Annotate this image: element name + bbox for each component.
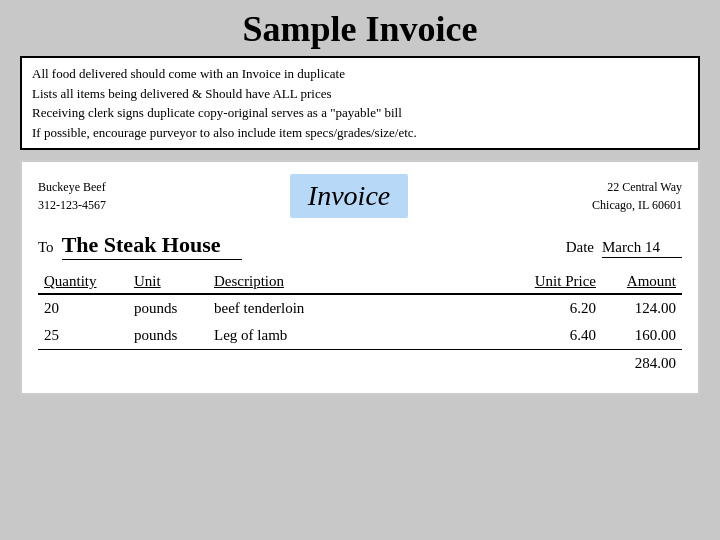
col-header-quantity: Quantity — [38, 270, 128, 294]
address-info: 22 Central Way Chicago, IL 60601 — [592, 178, 682, 214]
address-line-2: Chicago, IL 60601 — [592, 196, 682, 214]
invoice-title-cell: Invoice — [290, 174, 408, 218]
cell-quantity: 20 — [38, 294, 128, 322]
cell-description: beef tenderloin — [208, 294, 512, 322]
col-header-unit-price: Unit Price — [512, 270, 602, 294]
total-row: 284.00 — [38, 350, 682, 378]
info-line-4: If possible, encourage purveyor to also … — [32, 123, 688, 143]
to-label: To — [38, 239, 54, 256]
cell-unit-price: 6.40 — [512, 322, 602, 350]
date-label: Date — [566, 239, 594, 256]
info-box: All food delivered should come with an I… — [20, 56, 700, 150]
cell-amount: 124.00 — [602, 294, 682, 322]
cell-description: Leg of lamb — [208, 322, 512, 350]
info-line-1: All food delivered should come with an I… — [32, 64, 688, 84]
to-value: The Steak House — [62, 232, 242, 260]
info-line-3: Receiving clerk signs duplicate copy-ori… — [32, 103, 688, 123]
table-header-row: Quantity Unit Description Unit Price Amo… — [38, 270, 682, 294]
cell-unit: pounds — [128, 294, 208, 322]
company-phone: 312-123-4567 — [38, 196, 106, 214]
col-header-amount: Amount — [602, 270, 682, 294]
total-label — [38, 350, 602, 378]
invoice-area: Buckeye Beef 312-123-4567 Invoice 22 Cen… — [20, 160, 700, 395]
address-line-1: 22 Central Way — [592, 178, 682, 196]
date-value: March 14 — [602, 239, 682, 258]
cell-amount: 160.00 — [602, 322, 682, 350]
table-row: 20 pounds beef tenderloin 6.20 124.00 — [38, 294, 682, 322]
info-line-2: Lists all items being delivered & Should… — [32, 84, 688, 104]
date-section: Date March 14 — [566, 239, 682, 258]
table-row: 25 pounds Leg of lamb 6.40 160.00 — [38, 322, 682, 350]
to-section: To The Steak House — [38, 232, 242, 260]
page-title: Sample Invoice — [242, 8, 477, 50]
col-header-description: Description — [208, 270, 512, 294]
total-value: 284.00 — [602, 350, 682, 378]
to-date-row: To The Steak House Date March 14 — [38, 232, 682, 260]
company-name: Buckeye Beef — [38, 178, 106, 196]
cell-unit: pounds — [128, 322, 208, 350]
invoice-table: Quantity Unit Description Unit Price Amo… — [38, 270, 682, 377]
cell-quantity: 25 — [38, 322, 128, 350]
cell-unit-price: 6.20 — [512, 294, 602, 322]
col-header-unit: Unit — [128, 270, 208, 294]
invoice-header: Buckeye Beef 312-123-4567 Invoice 22 Cen… — [38, 174, 682, 218]
company-info: Buckeye Beef 312-123-4567 — [38, 178, 106, 214]
invoice-label: Invoice — [308, 180, 390, 211]
